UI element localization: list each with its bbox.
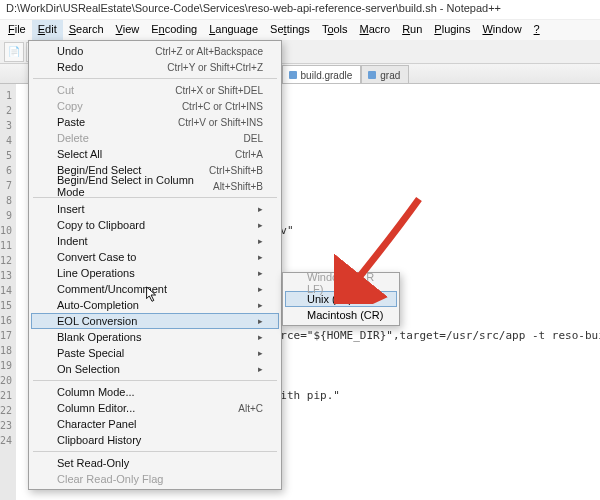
menu-blankops[interactable]: Blank Operations bbox=[31, 329, 279, 345]
menu-settings[interactable]: Settings bbox=[264, 20, 316, 40]
menu-clearro[interactable]: Clear Read-Only Flag bbox=[31, 471, 279, 487]
menu-redo[interactable]: RedoCtrl+Y or Shift+Ctrl+Z bbox=[31, 59, 279, 75]
menu-search[interactable]: Search bbox=[63, 20, 110, 40]
menu-eolconv[interactable]: EOL Conversion bbox=[31, 313, 279, 329]
menu-file[interactable]: File bbox=[2, 20, 32, 40]
menu-beginendcol[interactable]: Begin/End Select in Column ModeAlt+Shift… bbox=[31, 178, 279, 194]
menu-view[interactable]: View bbox=[110, 20, 146, 40]
menubar: File Edit Search View Encoding Language … bbox=[0, 20, 600, 40]
window-title: D:\WorkDir\USRealEstate\Source-Code\Serv… bbox=[0, 0, 600, 20]
menu-colmode[interactable]: Column Mode... bbox=[31, 384, 279, 400]
menu-lineops[interactable]: Line Operations bbox=[31, 265, 279, 281]
eol-windows[interactable]: Windows (CR LF) bbox=[285, 275, 397, 291]
menu-convertcase[interactable]: Convert Case to bbox=[31, 249, 279, 265]
menu-coledit[interactable]: Column Editor...Alt+C bbox=[31, 400, 279, 416]
menu-plugins[interactable]: Plugins bbox=[428, 20, 476, 40]
tab-grad[interactable]: grad bbox=[361, 65, 409, 83]
menu-selectall[interactable]: Select AllCtrl+A bbox=[31, 146, 279, 162]
menu-cut[interactable]: CutCtrl+X or Shift+DEL bbox=[31, 82, 279, 98]
menu-language[interactable]: Language bbox=[203, 20, 264, 40]
menu-window[interactable]: Window bbox=[476, 20, 527, 40]
menu-copyto[interactable]: Copy to Clipboard bbox=[31, 217, 279, 233]
edit-dropdown: UndoCtrl+Z or Alt+Backspace RedoCtrl+Y o… bbox=[28, 40, 282, 490]
menu-edit[interactable]: Edit bbox=[32, 20, 63, 40]
menu-insert[interactable]: Insert bbox=[31, 201, 279, 217]
line-gutter: 1 2 3 4 5 6 7 8 9 10 11 12 13 14 15 16 1… bbox=[0, 84, 16, 500]
menu-cliphist[interactable]: Clipboard History bbox=[31, 432, 279, 448]
new-file-icon[interactable]: 📄 bbox=[4, 42, 24, 62]
tab-buildgradle[interactable]: build.gradle bbox=[282, 65, 362, 83]
menu-autocomp[interactable]: Auto-Completion bbox=[31, 297, 279, 313]
eol-mac[interactable]: Macintosh (CR) bbox=[285, 307, 397, 323]
menu-comment[interactable]: Comment/Uncomment bbox=[31, 281, 279, 297]
menu-tools[interactable]: Tools bbox=[316, 20, 354, 40]
menu-copy[interactable]: CopyCtrl+C or Ctrl+INS bbox=[31, 98, 279, 114]
menu-encoding[interactable]: Encoding bbox=[145, 20, 203, 40]
menu-onsel[interactable]: On Selection bbox=[31, 361, 279, 377]
menu-charpanel[interactable]: Character Panel bbox=[31, 416, 279, 432]
menu-macro[interactable]: Macro bbox=[354, 20, 397, 40]
menu-run[interactable]: Run bbox=[396, 20, 428, 40]
menu-indent[interactable]: Indent bbox=[31, 233, 279, 249]
eol-submenu: Windows (CR LF) Unix (LF) Macintosh (CR) bbox=[282, 272, 400, 326]
menu-paste[interactable]: PasteCtrl+V or Shift+INS bbox=[31, 114, 279, 130]
menu-help[interactable]: ? bbox=[528, 20, 546, 40]
menu-setro[interactable]: Set Read-Only bbox=[31, 455, 279, 471]
menu-delete[interactable]: DeleteDEL bbox=[31, 130, 279, 146]
menu-undo[interactable]: UndoCtrl+Z or Alt+Backspace bbox=[31, 43, 279, 59]
menu-pastespec[interactable]: Paste Special bbox=[31, 345, 279, 361]
